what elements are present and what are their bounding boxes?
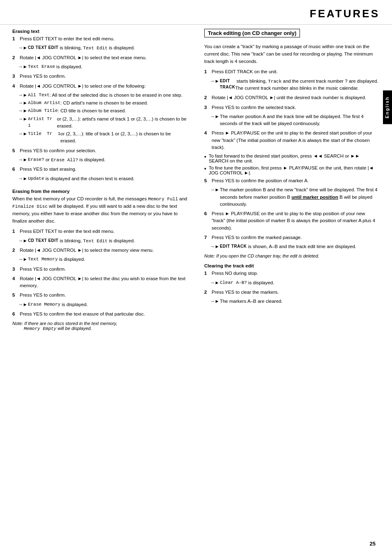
right-column: Track editing (on CD changer only) You c… [200,29,380,334]
step-4: 4 Rotate |◄ JOG CONTROL ►| to select one… [12,83,188,145]
step-num-4: 4 [12,83,18,90]
erasing-memory-title: Erasing from the memory [12,189,188,194]
track-note: Note: If you open the CD changer tray, t… [204,253,380,258]
left-column: Erasing text 1 Press EDIT TEXT to enter … [12,29,192,334]
mem-step-4: 4 Rotate |◄ JOG CONTROL ►| to select the… [12,275,188,290]
step-5: 5 Press YES to confirm your selection. →… [12,147,188,164]
mem-step-5: 5 Press YES to confirm. →►Erase Memory i… [12,292,188,308]
step-num-3: 3 [12,73,18,80]
track-step-7: 7 Press YES to confirm the marked passag… [204,234,380,251]
bullet-fine-tune: • To fine tune the position, first press… [204,165,380,175]
arrow-2a: →►Text Erase is displayed. [18,63,188,70]
track-step-3: 3 Press YES to confirm the selected trac… [204,104,380,128]
bullet-fast-forward: • To fast forward to the desired start p… [204,153,380,163]
step-3: 3 Press YES to confirm. [12,73,188,80]
track-step-6: 6 Press ► PLAY/PAUSE on the unit to play… [204,210,380,232]
clearing-title: Clearing the track edit [204,263,380,268]
track-step-2: 2 Rotate |◄ JOG CONTROL ►| until the des… [204,94,380,101]
track-editing-title: Track editing (on CD changer only) [204,29,300,37]
page-header: FEATURES [0,0,392,25]
mem-step-2: 2 Rotate |◄ JOG CONTROL ►| to select the… [12,247,188,263]
clear-step-1: 1 Press NO during stop. →►Clear A-B? is … [204,270,380,286]
track-editing-body: You can create a "track" by marking a pa… [204,43,380,65]
step-2: 2 Rotate |◄ JOG CONTROL ►| to select the… [12,54,188,71]
track-step-4: 4 Press ► PLAY/PAUSE on the unit to play… [204,130,380,151]
arrow-1a: →►CD TEXT EDIT is blinking, Text Edit is… [18,44,188,52]
erasing-memory-body: When the text memory of your CD recorder… [12,195,188,225]
mem-step-1: 1 Press EDIT TEXT to enter the text edit… [12,228,188,244]
main-content: Erasing text 1 Press EDIT TEXT to enter … [0,25,392,338]
memory-note: Note: If there are no discs stored in th… [12,321,188,331]
mem-step-6: 6 Press YES to confirm the text erasure … [12,311,188,318]
language-tab: English [383,91,392,124]
track-step-1: 1 Press EDIT TRACK on the unit. →►EDIT T… [204,68,380,92]
step-num-2: 2 [12,54,18,61]
arrow-5a: →►Erase? or Erase All? is displayed. [18,156,188,164]
step-1: 1 Press EDIT TEXT to enter the text edit… [12,35,188,52]
clear-step-2: 2 Press YES to clear the markers. →►The … [204,289,380,305]
step-num-6: 6 [12,166,18,173]
page-number: 25 [370,541,376,547]
track-step-5: 5 Press YES to confirm the position of m… [204,177,380,208]
mem-step-3: 3 Press YES to confirm. [12,266,188,273]
step-num-1: 1 [12,35,18,42]
step-num-5: 5 [12,147,18,154]
page-title: FEATURES [12,7,380,20]
arrow-6a: →►Update is displayed and the chosen tex… [18,175,188,182]
step-6: 6 Press YES to start erasing. →►Update i… [12,166,188,182]
erasing-text-title: Erasing text [12,29,188,34]
